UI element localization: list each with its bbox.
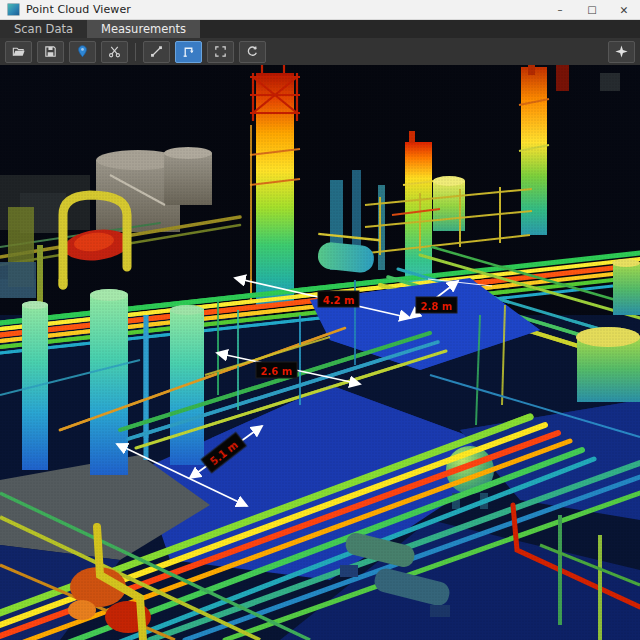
measurement-label: 2.6 m — [261, 366, 293, 377]
save-icon — [43, 44, 58, 59]
tab-scan-data[interactable]: Scan Data — [0, 20, 87, 38]
app-window: Point Cloud Viewer – □ ✕ Scan Data Measu… — [0, 0, 640, 640]
fit-view-button[interactable] — [207, 41, 234, 63]
point-cloud-scene: 4.2 m 2.8 m 2.6 m 5.1 m — [0, 65, 640, 640]
window-title: Point Cloud Viewer — [26, 3, 131, 16]
toolbar-separator — [135, 43, 136, 61]
speckle-overlay — [0, 65, 640, 640]
pin-icon — [75, 44, 90, 59]
open-file-button[interactable] — [5, 41, 32, 63]
rotate-icon — [245, 44, 260, 59]
measure-polyline-button[interactable] — [175, 41, 202, 63]
viewport-canvas[interactable]: 4.2 m 2.8 m 2.6 m 5.1 m — [0, 65, 640, 640]
fit-brackets-icon — [213, 44, 228, 59]
navigate-button[interactable] — [608, 41, 635, 63]
tab-measurements[interactable]: Measurements — [87, 20, 200, 38]
measurement-label: 4.2 m — [323, 295, 355, 306]
polyline-measure-icon — [181, 44, 196, 59]
toolbar — [0, 38, 640, 65]
title-bar: Point Cloud Viewer – □ ✕ — [0, 0, 640, 20]
line-measure-icon — [149, 44, 164, 59]
minimize-button[interactable]: – — [544, 0, 576, 19]
app-icon — [7, 3, 20, 16]
reset-view-button[interactable] — [239, 41, 266, 63]
tab-bar: Scan Data Measurements — [0, 20, 640, 38]
measurement-label: 2.8 m — [421, 301, 453, 312]
scissors-icon — [107, 44, 122, 59]
measure-distance-button[interactable] — [143, 41, 170, 63]
compass-icon — [614, 44, 629, 59]
marker-tool-button[interactable] — [69, 41, 96, 63]
crop-tool-button[interactable] — [101, 41, 128, 63]
close-button[interactable]: ✕ — [608, 0, 640, 19]
maximize-button[interactable]: □ — [576, 0, 608, 19]
save-button[interactable] — [37, 41, 64, 63]
window-controls: – □ ✕ — [544, 0, 640, 19]
folder-open-icon — [11, 44, 26, 59]
